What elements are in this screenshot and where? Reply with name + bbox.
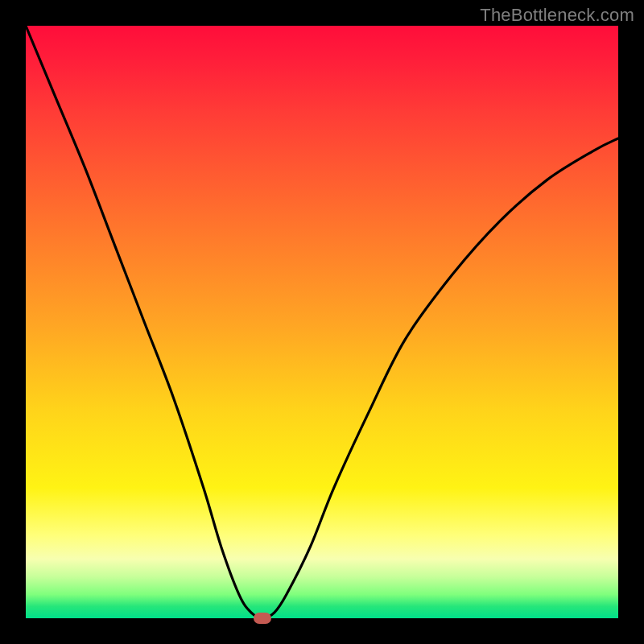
- curve-svg: [26, 26, 618, 618]
- bottleneck-curve-path: [26, 26, 618, 618]
- plot-area: [26, 26, 618, 618]
- chart-frame: TheBottleneck.com: [0, 0, 644, 644]
- watermark-text: TheBottleneck.com: [480, 5, 634, 26]
- minimum-marker: [254, 613, 271, 624]
